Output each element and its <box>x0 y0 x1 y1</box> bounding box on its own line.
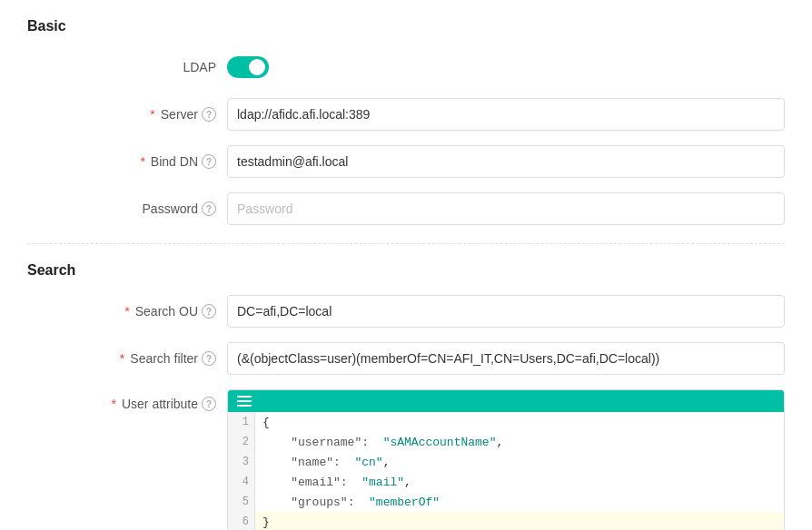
ldap-toggle-wrapper <box>227 56 269 78</box>
toggle-slider <box>227 56 269 78</box>
server-input[interactable] <box>227 98 785 131</box>
password-help-icon[interactable]: ? <box>202 201 216 216</box>
ldap-toggle[interactable] <box>227 56 269 78</box>
user-attribute-editor[interactable]: 1 { 2 "username": "sAMAccountName", 3 "n… <box>227 389 785 530</box>
code-line-5: 5 "groups": "memberOf" <box>228 492 784 512</box>
basic-section: Basic LDAP * Server ? <box>27 18 785 225</box>
code-body[interactable]: 1 { 2 "username": "sAMAccountName", 3 "n… <box>228 412 784 530</box>
bind-dn-help-icon[interactable]: ? <box>202 154 216 169</box>
password-label: Password ? <box>27 201 227 216</box>
search-filter-help-icon[interactable]: ? <box>202 351 216 366</box>
server-row: * Server ? <box>27 98 785 131</box>
server-label: * Server ? <box>27 107 227 122</box>
search-title: Search <box>27 262 785 279</box>
search-ou-row: * Search OU ? <box>27 295 785 328</box>
code-line-3: 3 "name": "cn", <box>228 452 784 472</box>
user-attribute-row: * User attribute ? 1 { 2 <box>27 389 785 530</box>
search-filter-row: * Search filter ? <box>27 342 785 375</box>
server-help-icon[interactable]: ? <box>202 107 216 122</box>
code-toolbar <box>228 390 784 412</box>
basic-title: Basic <box>27 18 785 34</box>
hamburger-icon <box>237 396 252 407</box>
search-filter-label: * Search filter ? <box>27 351 227 366</box>
code-line-1: 1 { <box>228 412 784 432</box>
code-line-6: 6 } <box>228 512 784 530</box>
search-ou-label: * Search OU ? <box>27 304 227 319</box>
search-filter-input[interactable] <box>227 342 785 375</box>
bind-dn-row: * Bind DN ? <box>27 145 785 178</box>
search-section: Search * Search OU ? * Search filter ? *… <box>27 262 785 530</box>
bind-dn-input[interactable] <box>227 145 785 178</box>
code-line-4: 4 "email": "mail", <box>228 472 784 492</box>
password-row: Password ? <box>27 192 785 225</box>
search-ou-input[interactable] <box>227 295 785 328</box>
user-attribute-label: * User attribute ? <box>27 389 227 411</box>
ldap-label: LDAP <box>27 60 227 74</box>
search-ou-help-icon[interactable]: ? <box>202 304 216 319</box>
code-line-2: 2 "username": "sAMAccountName", <box>228 432 784 452</box>
page: Basic LDAP * Server ? <box>0 0 812 530</box>
user-attribute-help-icon[interactable]: ? <box>202 397 216 411</box>
ldap-row: LDAP <box>27 51 785 83</box>
section-divider <box>27 243 785 244</box>
password-input[interactable] <box>227 192 785 225</box>
bind-dn-label: * Bind DN ? <box>27 154 227 169</box>
